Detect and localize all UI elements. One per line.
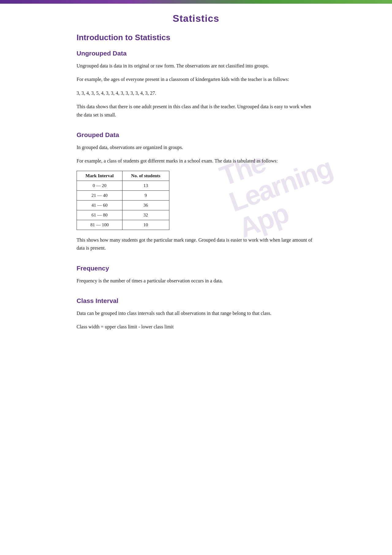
table-cell-count: 9 [123, 190, 169, 200]
table-header-no-students: No. of students [123, 171, 169, 181]
page-title: Statistics [77, 13, 315, 24]
table-header-mark-interval: Mark Interval [77, 171, 123, 181]
table-row: 81 — 100 10 [77, 220, 169, 230]
frequency-section: Frequency Frequency is the number of tim… [77, 265, 315, 285]
grouped-para3: This shows how many students got the par… [77, 236, 315, 252]
frequency-heading: Frequency [77, 265, 315, 272]
grouped-data-table: Mark Interval No. of students 0 — 20 13 … [77, 171, 169, 230]
table-cell-interval: 21 — 40 [77, 190, 123, 200]
class-interval-para1: Data can be grouped into class intervals… [77, 309, 315, 317]
grouped-data-section: The Learning App Grouped Data In grouped… [77, 131, 315, 252]
table-row: 21 — 40 9 [77, 190, 169, 200]
ungrouped-para1: Ungrouped data is data in its original o… [77, 62, 315, 70]
table-cell-count: 13 [123, 181, 169, 190]
table-cell-interval: 41 — 60 [77, 200, 123, 210]
frequency-para1: Frequency is the number of times a parti… [77, 277, 315, 285]
table-cell-interval: 61 — 80 [77, 210, 123, 220]
class-interval-heading: Class Interval [77, 297, 315, 304]
table-row: 61 — 80 32 [77, 210, 169, 220]
top-decorative-bar [0, 0, 392, 4]
table-cell-interval: 81 — 100 [77, 220, 123, 230]
table-cell-count: 36 [123, 200, 169, 210]
table-row: 0 — 20 13 [77, 181, 169, 190]
main-heading: Introduction to Statistics [77, 33, 315, 42]
ungrouped-heading: Ungrouped Data [77, 50, 315, 57]
table-cell-count: 10 [123, 220, 169, 230]
grouped-heading: Grouped Data [77, 131, 315, 139]
class-interval-section: Class Interval Data can be grouped into … [77, 297, 315, 331]
ungrouped-data-section: Ungrouped Data Ungrouped data is data in… [77, 50, 315, 119]
table-cell-count: 32 [123, 210, 169, 220]
class-interval-para2: Class width = upper class limit - lower … [77, 323, 315, 331]
table-row: 41 — 60 36 [77, 200, 169, 210]
ungrouped-data-example: 3, 3, 4, 3, 5, 4, 3, 3, 4, 3, 3, 3, 3, 4… [77, 89, 315, 97]
grouped-para1: In grouped data, observations are organi… [77, 144, 315, 151]
ungrouped-para2: For example, the ages of everyone presen… [77, 75, 315, 83]
grouped-para2: For example, a class of students got dif… [77, 157, 315, 165]
ungrouped-para3: This data shows that there is one adult … [77, 103, 315, 119]
table-cell-interval: 0 — 20 [77, 181, 123, 190]
